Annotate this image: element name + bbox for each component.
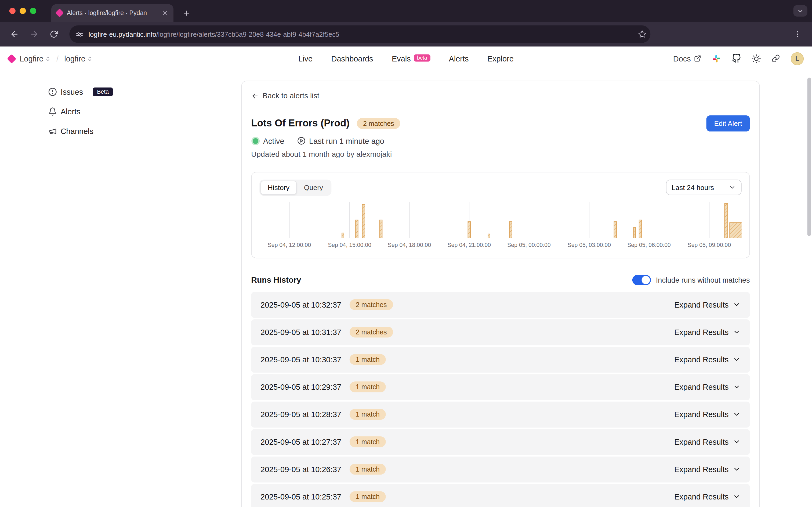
chart-toolbar: History Query Last 24 hours [259,179,741,195]
docs-link[interactable]: Docs [673,54,701,63]
bell-icon [48,107,57,116]
chevrons-updown-icon [87,56,93,61]
nav-explore[interactable]: Explore [487,54,514,63]
sidebar-item-channels[interactable]: Channels [48,125,113,137]
include-runs-toggle[interactable] [632,275,651,285]
alert-title-row: Lots Of Errors (Prod) 2 matches Edit Ale… [251,115,750,131]
minimize-window-button[interactable] [19,8,26,14]
issues-beta-badge: Beta [93,87,113,96]
runs-list: 2025-09-05 at 10:32:37 2 matches Expand … [251,292,750,507]
expand-results-button[interactable]: Expand Results [674,492,741,501]
include-runs-toggle-label: Include runs without matches [656,276,750,284]
browser-toolbar: logfire-eu.pydantic.info/logfire/logfire… [0,22,812,47]
main-nav: Live Dashboards Evalsbeta Alerts Explore [298,54,514,63]
time-range-select[interactable]: Last 24 hours [666,179,742,195]
sidebar-item-label: Alerts [61,107,80,116]
expand-results-button[interactable]: Expand Results [674,355,741,364]
sidebar-item-label: Issues [61,87,83,96]
histogram-x-axis: Sep 04, 12:00:00Sep 04, 15:00:00Sep 04, … [259,241,741,249]
page-scrollbar-thumb[interactable] [807,77,811,236]
new-tab-button[interactable] [179,6,194,20]
run-matches-badge: 1 match [349,409,386,420]
reload-button[interactable] [46,26,62,42]
theme-toggle-sun-icon[interactable] [752,54,761,63]
matches-histogram [259,202,741,238]
nav-evals[interactable]: Evalsbeta [392,54,430,63]
header-actions: Docs L [673,52,804,65]
nav-alerts[interactable]: Alerts [449,54,469,63]
run-timestamp: 2025-09-05 at 10:32:37 [261,300,341,309]
browser-tab[interactable]: Alerts · logfire/logfire · Pydan [51,4,173,22]
app-header: Logfire / logfire Live Dashboards Evalsb… [0,47,812,71]
runs-history-header: Runs History Include runs without matche… [251,275,750,285]
chevron-down-icon [733,356,741,363]
edit-alert-button[interactable]: Edit Alert [706,115,750,131]
tab-history[interactable]: History [261,180,297,194]
tab-search-button[interactable] [794,5,807,16]
slack-icon[interactable] [712,54,721,63]
nav-live[interactable]: Live [298,54,313,63]
back-to-alerts-link[interactable]: Back to alerts list [251,92,319,100]
project-name: logfire [64,54,86,63]
user-avatar[interactable]: L [791,52,804,65]
run-timestamp: 2025-09-05 at 10:26:37 [261,465,341,474]
expand-results-button[interactable]: Expand Results [674,383,741,391]
last-run-label: Last run 1 minute ago [309,136,384,145]
browser-tab-strip: Alerts · logfire/logfire · Pydan [0,0,812,22]
arrow-left-icon [251,92,259,100]
nav-dashboards[interactable]: Dashboards [331,54,373,63]
include-runs-toggle-wrap: Include runs without matches [632,275,750,285]
expand-results-button[interactable]: Expand Results [674,438,741,446]
run-matches-badge: 1 match [349,381,386,392]
site-info-icon[interactable] [76,30,84,38]
x-axis-tick-label: Sep 05, 03:00:00 [567,241,611,248]
expand-results-button[interactable]: Expand Results [674,300,741,309]
sidebar-item-alerts[interactable]: Alerts [48,105,113,117]
close-window-button[interactable] [9,8,15,14]
expand-results-button[interactable]: Expand Results [674,328,741,337]
org-switcher[interactable]: Logfire [19,54,51,63]
tab-close-icon[interactable] [162,10,168,16]
forward-button[interactable] [26,26,42,42]
run-row[interactable]: 2025-09-05 at 10:25:37 1 match Expand Re… [251,484,750,507]
tab-query[interactable]: Query [297,180,330,194]
sidebar-item-label: Channels [61,127,94,135]
expand-results-button[interactable]: Expand Results [674,410,741,419]
run-row[interactable]: 2025-09-05 at 10:29:37 1 match Expand Re… [251,374,750,400]
bookmark-star-icon[interactable] [638,30,646,38]
chevron-down-icon [733,410,741,418]
sidebar-item-issues[interactable]: Issues Beta [48,86,113,98]
run-timestamp: 2025-09-05 at 10:28:37 [261,410,341,419]
run-timestamp: 2025-09-05 at 10:27:37 [261,438,341,446]
breadcrumb: Logfire / logfire [8,54,93,63]
org-name: Logfire [19,54,43,63]
chevron-down-icon [733,438,741,446]
run-row[interactable]: 2025-09-05 at 10:32:37 2 matches Expand … [251,292,750,318]
run-row[interactable]: 2025-09-05 at 10:26:37 1 match Expand Re… [251,456,750,482]
run-row[interactable]: 2025-09-05 at 10:31:37 2 matches Expand … [251,319,750,345]
x-axis-tick-label: Sep 04, 12:00:00 [268,241,311,248]
history-query-tabs: History Query [259,179,331,195]
alert-circle-icon [48,87,57,96]
run-row[interactable]: 2025-09-05 at 10:30:37 1 match Expand Re… [251,346,750,372]
back-button[interactable] [6,26,23,42]
alert-status-row: Active Last run 1 minute ago [251,136,750,145]
run-matches-badge: 1 match [349,491,386,502]
tab-title: Alerts · logfire/logfire · Pydan [67,9,157,17]
run-row[interactable]: 2025-09-05 at 10:28:37 1 match Expand Re… [251,401,750,427]
github-icon[interactable] [732,54,741,63]
page-body: Issues Beta Alerts Channels Back to aler… [0,70,812,507]
project-switcher[interactable]: logfire [64,54,93,63]
share-link-icon[interactable] [772,54,780,62]
megaphone-icon [48,127,57,135]
sidebar: Issues Beta Alerts Channels [48,86,113,137]
alert-matches-badge: 2 matches [357,118,400,128]
x-axis-tick-label: Sep 04, 18:00:00 [388,241,431,248]
updated-by-text: Updated about 1 month ago by alexmojaki [251,150,750,158]
zoom-window-button[interactable] [30,8,36,14]
expand-results-button[interactable]: Expand Results [674,465,741,474]
browser-menu-icon[interactable] [789,26,806,42]
address-bar[interactable]: logfire-eu.pydantic.info/logfire/logfire… [69,25,650,43]
chevron-down-icon [733,300,741,308]
run-row[interactable]: 2025-09-05 at 10:27:37 1 match Expand Re… [251,429,750,455]
